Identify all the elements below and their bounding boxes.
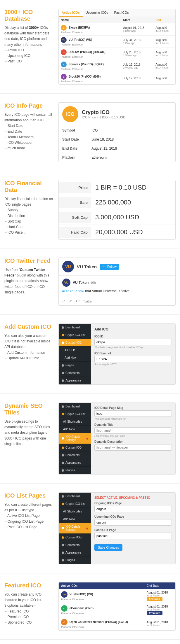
ico-info-price: ICO Price – 1 ICO = 0.10 USD [82, 116, 125, 119]
sidebar-list-comments[interactable]: Comments [59, 541, 91, 549]
financial-row-softcap: Soft Cap 3,000,000 USD [59, 210, 175, 225]
featured-end-cell: August 01, 2018 in 11 hours [144, 617, 175, 631]
financial-value-sale: 225,000,000 [91, 195, 135, 210]
sidebar-list-crypto[interactable]: Crypto ICO List [59, 500, 91, 508]
admin-card-add-custom: Dashboard Crypto ICO List Custom ICO All… [58, 323, 176, 385]
admin-input-dynamic-desc[interactable] [94, 444, 172, 451]
admin-input-ico-id[interactable] [94, 339, 172, 345]
save-changes-button[interactable]: Save Changes [94, 544, 122, 551]
section-list-pages: ICO List Pages You can create different … [0, 484, 180, 573]
label: Plugins [65, 469, 75, 472]
sidebar-seo-plugins[interactable]: Plugins [59, 467, 91, 474]
ico-info-label: End Date [62, 146, 91, 150]
sidebar-list-details-settings[interactable]: ICO Details Settings ◀ [59, 523, 91, 534]
sidebar-seo-dashboard[interactable]: Dashboard [59, 403, 91, 410]
twitter-post-header: VU VU Token 10h [62, 279, 172, 287]
ico-end-ago: in 14 hours [155, 29, 173, 32]
admin-input-past[interactable] [94, 533, 172, 539]
section-right-financial: Price 1 BIR = 0.10 USD Sale 225,000,000 … [58, 180, 176, 240]
ico-start-date: July 25, 2018 [123, 51, 151, 54]
admin-input-ico-symbol[interactable] [94, 356, 172, 362]
ico-start-cell: July 31, 2018 1 Day ago [121, 36, 153, 48]
label: Crypto ICO List [65, 412, 85, 416]
table-row: B Block66 (PreICO) (B66) Platform: Ether… [59, 72, 175, 85]
tab-active-icos[interactable]: Active ICOs [59, 9, 83, 17]
sidebar-list-dashboard[interactable]: Dashboard [59, 493, 91, 500]
sidebar-item-dashboard[interactable]: Dashboard [59, 324, 91, 331]
admin-input-ongoing[interactable] [94, 506, 172, 512]
sidebar-seo-comments[interactable]: Comments [59, 452, 91, 459]
admin-input-dynamic-title[interactable] [94, 427, 172, 434]
admin-field-label-ico-id: ICO ID [94, 335, 172, 338]
admin-input-upcoming[interactable] [94, 519, 172, 526]
ico-start-cell: July 15, 2018 2 Weeks ago [121, 60, 153, 72]
ico-logo: E [61, 25, 67, 31]
featured-end-cell: August 01, 2018 in 11 hours Featured [144, 589, 175, 603]
featured-row: C eCoinomic (CNC) Platform: Ethereum Aug… [59, 603, 175, 617]
ico-info-header: ICO Crypto ICO ICO Price – 1 ICO = 0.10 … [59, 103, 175, 126]
financial-value-softcap: 3,000,000 USD [91, 210, 143, 225]
dot [62, 544, 64, 546]
sidebar-seo-add-new[interactable]: Add New [59, 426, 91, 433]
section-desc-seo: Use plugin settings to dynamically creat… [4, 419, 54, 447]
financial-label-price: Price [59, 182, 91, 193]
featured-ico-platform: Platform: Ethereum [61, 612, 84, 615]
sidebar-dot-comments [62, 372, 64, 374]
twitter-like-action[interactable]: ♥ ⁵ [76, 299, 80, 303]
featured-ico-name-cell: C eCoinomic (CNC) Platform: Ethereum [59, 603, 144, 617]
sidebar-list-appearance[interactable]: Appearance [59, 549, 91, 556]
sidebar-item-custom-ico[interactable]: Custom ICO [59, 339, 91, 346]
sidebar-item-comments[interactable]: Comments [59, 369, 91, 377]
sidebar-item-crypto-ico-list[interactable]: Crypto ICO List [59, 331, 91, 339]
sidebar-list-all-shortcodes[interactable]: All Shortcodes [59, 508, 91, 515]
ico-logo: VU [61, 37, 67, 43]
ico-start-date: July 12, 2018 [123, 77, 151, 80]
sidebar-item-pages[interactable]: Pages [59, 362, 91, 369]
ico-end-ago: in 14 hours [155, 66, 173, 69]
twitter-bird-icon: 🐦 [102, 265, 106, 269]
ico-start-ago: 1 Day ago [123, 42, 151, 45]
section-right-twitter: VU VU Token 🐦 Follow VU VU Token 10h #Di… [58, 258, 176, 306]
sidebar-seo-custom-ico[interactable]: Custom ICO [59, 444, 91, 452]
twitter-post-logo: VU [62, 279, 70, 287]
twitter-post-time: 10h [90, 281, 96, 284]
sidebar-item-all-icos[interactable]: All ICOs [59, 346, 91, 354]
ico-info-value: Ethereum [91, 155, 107, 160]
sidebar-list-plugins[interactable]: Plugins [59, 556, 91, 564]
ico-end-cell: August 0 [153, 72, 175, 85]
financial-label-sale: Sale [59, 197, 91, 208]
label: Add New [63, 428, 75, 431]
section-financial: ICO Financial Data Display financial inf… [0, 171, 180, 249]
sidebar-seo-all-shortcodes[interactable]: All Shortcodes [59, 418, 91, 426]
ico-logo: S [61, 62, 67, 67]
sidebar-dot-crypto [62, 334, 64, 336]
tab-past-icos[interactable]: Past ICOs [111, 9, 131, 17]
admin-field-slug: ICO Detail Page Slug This will updc Impo… [94, 406, 172, 420]
featured-end-date: August 01, 2018 [147, 591, 173, 594]
sidebar-item-appearance[interactable]: Appearance [59, 377, 91, 384]
admin-content-add-custom: Add ICO ICO ID This field is required. I… [91, 324, 175, 384]
col-header-name: Name [59, 17, 121, 23]
sidebar-seo-crypto-list[interactable]: Crypto ICO List [59, 410, 91, 418]
sidebar-seo-details-settings[interactable]: ICO Details Settings ◀ [59, 433, 91, 444]
admin-input-slug[interactable] [94, 410, 172, 417]
sidebar-list-custom-ico[interactable]: Custom ICO [59, 534, 91, 541]
twitter-retweet-action[interactable]: ↺¹ [68, 299, 72, 303]
featured-table: Active ICOs End Date VU VU (PreICO) (VU)… [59, 582, 175, 630]
sidebar-item-add-new[interactable]: Add New [59, 354, 91, 362]
section-featured-ico: Featured ICO You can create any ICO feat… [0, 573, 180, 640]
admin-field-hint-ico-id: This field is required. It will used as … [94, 346, 172, 349]
dot [62, 447, 64, 449]
twitter-reply-action[interactable]: ↩ [62, 299, 65, 303]
sidebar-label-add-new: Add New [65, 356, 77, 359]
ico-end-cell: August 0 in 14 hours [153, 23, 175, 36]
twitter-follow-button[interactable]: 🐦 Follow [100, 264, 119, 270]
sidebar-list-add-new[interactable]: Add New [59, 515, 91, 523]
ico-name-cell: B Block66 (PreICO) (B66) Platform: Ether… [59, 72, 121, 85]
ico-platform: Platform: Ethereum [61, 43, 84, 46]
ico-info-label: Platform [62, 155, 91, 160]
featured-end-cell: August 01, 2018 in 11 hours Premium [144, 603, 175, 617]
sidebar-seo-appearance[interactable]: Appearance [59, 459, 91, 467]
tab-upcoming-icos[interactable]: Upcoming ICOs [83, 9, 111, 17]
featured-ico-logo: O [61, 619, 68, 625]
